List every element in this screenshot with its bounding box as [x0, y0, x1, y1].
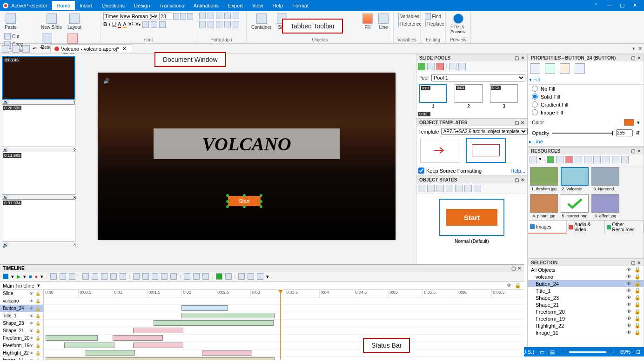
- resource-item[interactable]: 1. ibrahim.jpg: [530, 167, 558, 191]
- tl-t13[interactable]: [202, 273, 209, 280]
- template-rect[interactable]: [466, 138, 506, 163]
- tab-home[interactable]: Home: [52, 1, 75, 10]
- indent-inc-icon[interactable]: [224, 13, 231, 19]
- zoom-out-button[interactable]: −: [560, 349, 563, 355]
- align-right-icon[interactable]: [216, 21, 222, 27]
- visibility-icon[interactable]: 👁: [626, 267, 631, 273]
- record-icon[interactable]: ●: [35, 274, 38, 279]
- tab-format[interactable]: Format: [288, 1, 313, 10]
- qat-save-icon[interactable]: [22, 45, 30, 53]
- timeline-row-label[interactable]: Slide👁🔒: [0, 290, 43, 297]
- res-export-icon[interactable]: [575, 156, 582, 163]
- resource-item[interactable]: 2. Volcanic_...: [561, 167, 589, 191]
- pool-select[interactable]: Pool 1: [431, 74, 525, 81]
- highlight-button[interactable]: A: [123, 21, 126, 28]
- tab-questions[interactable]: Questions: [97, 1, 130, 10]
- add-icon[interactable]: [418, 63, 425, 70]
- resource-item[interactable]: 3. Narcond...: [591, 167, 619, 191]
- state-add-icon[interactable]: [427, 185, 435, 192]
- main-timeline-label[interactable]: Main Timeline: [3, 283, 34, 289]
- timeline-track[interactable]: [44, 335, 524, 342]
- res-view-icon[interactable]: [530, 156, 537, 163]
- timeline-track[interactable]: [44, 357, 524, 360]
- stop-icon[interactable]: ■: [29, 274, 32, 279]
- selection-all-objects[interactable]: All Objects👁🔒: [528, 266, 644, 273]
- tl-t8[interactable]: [152, 273, 158, 280]
- state-reset-icon[interactable]: [455, 185, 463, 192]
- slide-canvas[interactable]: 🔊 VOLCANO Start: [98, 73, 396, 240]
- selection-row[interactable]: Button_24👁🔒: [528, 280, 644, 287]
- font-extra1-icon[interactable]: [142, 21, 149, 28]
- resource-item[interactable]: 4. planet.jpg: [530, 194, 558, 218]
- template-arrow[interactable]: [420, 138, 460, 163]
- tab-design[interactable]: Design: [129, 1, 154, 10]
- document-tab[interactable]: Volcano - volcano.approj* ✕: [50, 44, 132, 53]
- timeline-row-label[interactable]: Highlight_22👁🔒: [0, 350, 43, 357]
- timeline-track[interactable]: [44, 297, 524, 305]
- no-fill-radio[interactable]: [532, 86, 538, 92]
- panel-close-icon[interactable]: ✕: [638, 46, 642, 52]
- zoom-fit-icon[interactable]: ⊡: [636, 349, 640, 355]
- layout-button[interactable]: Layout: [66, 13, 83, 31]
- prop-effects-icon[interactable]: [560, 63, 570, 74]
- tl-t10[interactable]: [170, 273, 177, 280]
- timeline-row-label[interactable]: Shape_23👁🔒: [0, 320, 43, 327]
- subscript-button[interactable]: X₂: [135, 21, 141, 28]
- slide-thumb-2[interactable]: 0:28.839 🔊 2: [2, 104, 75, 147]
- timeline-row-label[interactable]: volcano👁🔒: [0, 297, 43, 305]
- res-refresh-icon[interactable]: [621, 156, 629, 163]
- tab-insert[interactable]: Insert: [75, 1, 97, 10]
- selection-row[interactable]: Highlight_22👁🔒: [528, 322, 644, 329]
- tl-t1[interactable]: [82, 273, 89, 280]
- tab-help[interactable]: Help: [268, 1, 288, 10]
- qat-open-icon[interactable]: [12, 45, 20, 53]
- document-tab-close-icon[interactable]: ✕: [121, 46, 128, 52]
- zoom-in-icon[interactable]: [60, 273, 66, 280]
- html5-preview-button[interactable]: HTML5 Preview: [449, 13, 468, 35]
- keep-source-checkbox[interactable]: [418, 168, 424, 174]
- play-icon[interactable]: ▶: [17, 274, 20, 280]
- selection-row[interactable]: Freeform_19👁🔒: [528, 315, 644, 322]
- state-edit-icon[interactable]: [418, 185, 425, 192]
- zoom-fit-icon[interactable]: [69, 273, 75, 280]
- res-info-icon[interactable]: [593, 156, 601, 163]
- res-t2-icon[interactable]: [612, 156, 619, 163]
- state-copy-icon[interactable]: [464, 185, 472, 192]
- tab-other[interactable]: Other Resources: [605, 221, 644, 234]
- zoom-in-button[interactable]: +: [612, 349, 615, 355]
- timeline-track[interactable]: [44, 327, 524, 335]
- tl-t15[interactable]: [238, 273, 245, 280]
- font-color-button[interactable]: A: [118, 21, 121, 28]
- ribbon-collapse-icon[interactable]: ⌃: [594, 2, 600, 9]
- tl-t9[interactable]: [161, 273, 168, 280]
- panel-close-icon[interactable]: ✕: [521, 55, 524, 60]
- timeline-track[interactable]: [44, 320, 524, 327]
- delete-icon[interactable]: [436, 63, 444, 70]
- underline-button[interactable]: U: [112, 21, 116, 28]
- image-fill-radio[interactable]: [532, 109, 538, 115]
- timeline-row-label[interactable]: Title_1👁🔒: [0, 312, 43, 320]
- minimize-icon[interactable]: —: [607, 2, 613, 9]
- resource-item[interactable]: 5. correct.png: [561, 194, 589, 218]
- res-edit-icon[interactable]: [584, 156, 591, 163]
- bold-button[interactable]: B: [103, 21, 107, 28]
- resource-item[interactable]: 6. affect.jpg: [591, 194, 619, 218]
- tl-t5[interactable]: [120, 273, 126, 280]
- gradient-fill-radio[interactable]: [532, 101, 538, 108]
- lock-icon[interactable]: 🔒: [634, 267, 641, 273]
- edit-icon[interactable]: [427, 63, 435, 70]
- timeline-row-label[interactable]: Image_11👁🔒: [0, 357, 43, 360]
- res-delete-icon[interactable]: [565, 156, 573, 163]
- selection-row[interactable]: Freeform_20👁🔒: [528, 308, 644, 315]
- color-dropdown-icon[interactable]: ▾: [637, 120, 640, 126]
- timeline-row-label[interactable]: Button_24👁🔒: [0, 305, 43, 312]
- prop-size-icon[interactable]: [545, 63, 555, 74]
- cc-icon[interactable]: [216, 273, 222, 280]
- qat-redo-icon[interactable]: ↷: [40, 46, 44, 52]
- state-check-icon[interactable]: [474, 185, 481, 192]
- selection-row[interactable]: Title_1👁🔒: [528, 287, 644, 294]
- tl-t7[interactable]: [142, 273, 149, 280]
- opacity-spinner-icon[interactable]: ⇵: [636, 130, 640, 136]
- tl-lock-icon[interactable]: 🔒: [515, 282, 521, 289]
- color-swatch[interactable]: [624, 119, 634, 126]
